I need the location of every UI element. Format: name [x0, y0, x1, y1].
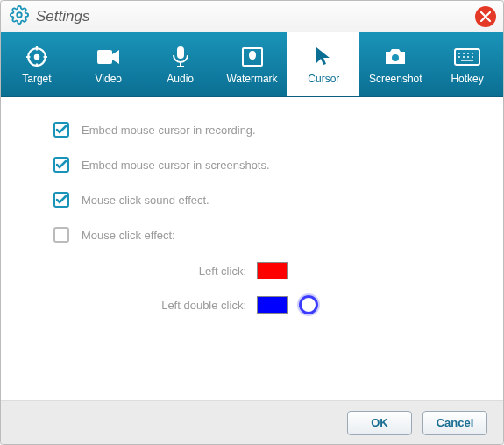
svg-point-0 — [17, 12, 22, 18]
tab-hotkey[interactable]: Hotkey — [431, 32, 503, 96]
tab-label: Hotkey — [451, 73, 483, 85]
watermark-icon — [241, 45, 264, 69]
option-embed-recording: Embed mouse cursor in recording. — [53, 122, 468, 138]
tab-label: Cursor — [308, 73, 339, 85]
tab-label: Video — [96, 73, 122, 85]
tab-video[interactable]: Video — [73, 32, 145, 96]
settings-window: Settings Target Video Audio Watermark Cu… — [0, 0, 504, 445]
ok-button[interactable]: OK — [347, 411, 412, 435]
target-icon — [25, 45, 48, 69]
tab-target[interactable]: Target — [1, 32, 73, 96]
close-icon — [480, 11, 491, 22]
dialog-footer: OK Cancel — [1, 400, 503, 444]
camera-icon — [383, 45, 408, 69]
titlebar: Settings — [1, 1, 503, 32]
cancel-button[interactable]: Cancel — [422, 411, 487, 435]
gear-icon — [10, 5, 29, 28]
tab-label: Target — [22, 73, 51, 85]
check-icon — [55, 194, 67, 206]
keyboard-icon — [454, 45, 480, 69]
svg-rect-3 — [97, 50, 112, 64]
svg-point-6 — [392, 54, 399, 61]
left-double-click-color-row: Left double click: — [106, 295, 468, 314]
option-embed-screenshots: Embed mouse cursor in screenshots. — [53, 157, 468, 173]
tab-label: Screenshot — [369, 73, 422, 85]
option-label: Embed mouse cursor in screenshots. — [82, 159, 270, 172]
left-click-color-row: Left click: — [106, 262, 468, 279]
video-icon — [96, 45, 121, 69]
tab-audio[interactable]: Audio — [145, 32, 217, 96]
tab-screenshot[interactable]: Screenshot — [359, 32, 431, 96]
check-icon — [55, 159, 67, 171]
color-label: Left click: — [106, 265, 246, 278]
left-double-click-color-swatch[interactable] — [257, 296, 288, 314]
tab-cursor[interactable]: Cursor — [287, 32, 359, 96]
tab-label: Audio — [167, 73, 194, 85]
close-button[interactable] — [475, 6, 496, 27]
checkbox-sound-effect[interactable] — [53, 192, 69, 208]
ring-preview-icon — [299, 295, 318, 314]
window-title: Settings — [36, 8, 89, 25]
microphone-icon — [171, 45, 190, 69]
checkbox-embed-recording[interactable] — [53, 122, 69, 138]
color-label: Left double click: — [106, 299, 246, 312]
tab-watermark[interactable]: Watermark — [217, 32, 288, 96]
svg-rect-4 — [177, 46, 184, 59]
option-label: Mouse click sound effect. — [82, 194, 209, 207]
checkbox-click-effect[interactable] — [53, 227, 69, 243]
settings-content: Embed mouse cursor in recording. Embed m… — [1, 97, 503, 400]
option-click-effect: Mouse click effect: — [53, 227, 468, 243]
tab-bar: Target Video Audio Watermark Cursor Scre… — [1, 32, 503, 97]
tab-label: Watermark — [226, 73, 277, 85]
left-click-color-swatch[interactable] — [257, 262, 288, 279]
check-icon — [55, 124, 67, 136]
option-label: Embed mouse cursor in recording. — [82, 124, 256, 137]
checkbox-embed-screenshots[interactable] — [53, 157, 69, 173]
option-label: Mouse click effect: — [82, 229, 175, 242]
svg-point-2 — [35, 54, 39, 58]
cursor-icon — [314, 45, 333, 69]
option-sound-effect: Mouse click sound effect. — [53, 192, 468, 208]
